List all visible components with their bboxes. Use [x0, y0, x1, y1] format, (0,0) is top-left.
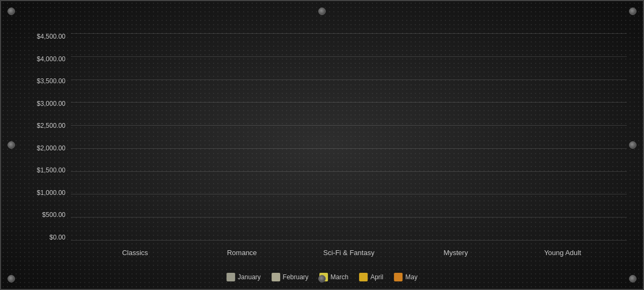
legend-item-january: January: [226, 273, 261, 281]
y-axis-label: $1,500.00: [37, 167, 65, 173]
y-axis-label: $500.00: [42, 212, 65, 218]
x-axis-label: Romance: [207, 249, 277, 257]
x-axis-label: Young Adult: [528, 249, 597, 257]
y-axis-label: $3,000.00: [37, 100, 65, 107]
legend-item-may: May: [394, 273, 418, 281]
legend-label: April: [370, 273, 383, 281]
screw-ml: [8, 141, 15, 149]
legend-label: January: [238, 273, 261, 281]
legend-label: February: [283, 273, 309, 281]
screw-tl: [8, 8, 15, 15]
legend-label: May: [405, 273, 418, 281]
legend-color-february: [272, 273, 280, 281]
screw-bl: [8, 275, 15, 282]
y-axis-label: $4,500.00: [37, 33, 65, 40]
y-axis: $4,500.00$4,000.00$3,500.00$3,000.00$2,5…: [28, 33, 71, 241]
legend-color-april: [359, 273, 368, 281]
screw-bm: [318, 275, 326, 282]
chart-area: $4,500.00$4,000.00$3,500.00$3,000.00$2,5…: [28, 33, 627, 241]
chart-inner: ClassicsRomanceSci-Fi & FantasyMysteryYo…: [71, 33, 627, 241]
y-axis-label: $4,000.00: [37, 56, 65, 62]
legend-color-may: [394, 273, 402, 281]
x-axis-label: Mystery: [421, 249, 491, 257]
screw-mr: [629, 141, 636, 149]
y-axis-label: $2,000.00: [37, 145, 65, 151]
legend-color-january: [226, 273, 235, 281]
legend-label: March: [331, 273, 348, 281]
bars-area: [71, 33, 627, 241]
screw-br: [629, 275, 636, 282]
legend-item-february: February: [272, 273, 309, 281]
x-labels: ClassicsRomanceSci-Fi & FantasyMysteryYo…: [71, 249, 627, 257]
y-axis-label: $0.00: [49, 234, 65, 241]
x-axis-label: Sci-Fi & Fantasy: [314, 249, 384, 257]
screw-tr: [629, 8, 636, 15]
chart-container: $4,500.00$4,000.00$3,500.00$3,000.00$2,5…: [0, 0, 644, 290]
y-axis-label: $3,500.00: [37, 78, 65, 84]
x-axis-label: Classics: [100, 249, 170, 257]
legend-item-april: April: [359, 273, 383, 281]
screw-tm: [318, 8, 326, 15]
y-axis-label: $2,500.00: [37, 122, 65, 129]
y-axis-label: $1,000.00: [37, 190, 65, 196]
